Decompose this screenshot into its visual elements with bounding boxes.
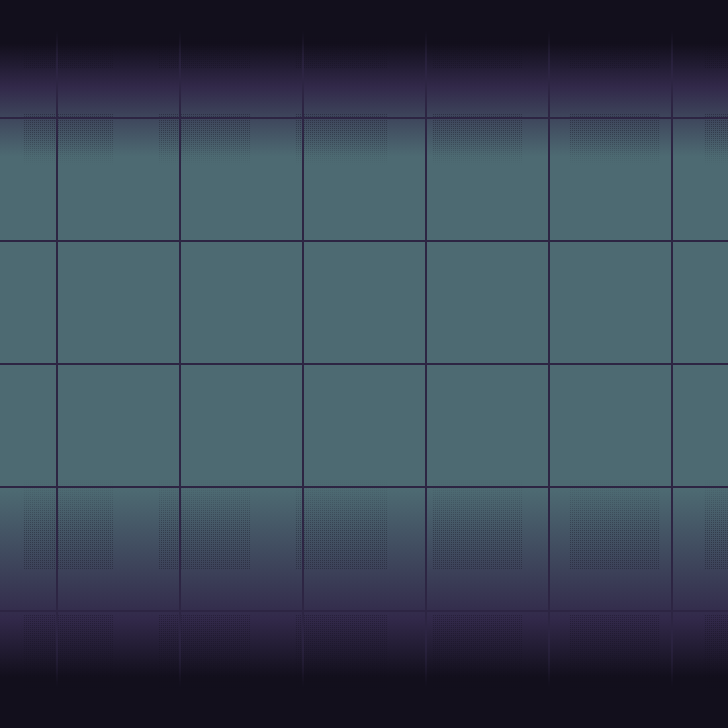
dithered-gradient-grid-background xyxy=(0,0,728,728)
grid-lines-overlay xyxy=(0,0,728,728)
